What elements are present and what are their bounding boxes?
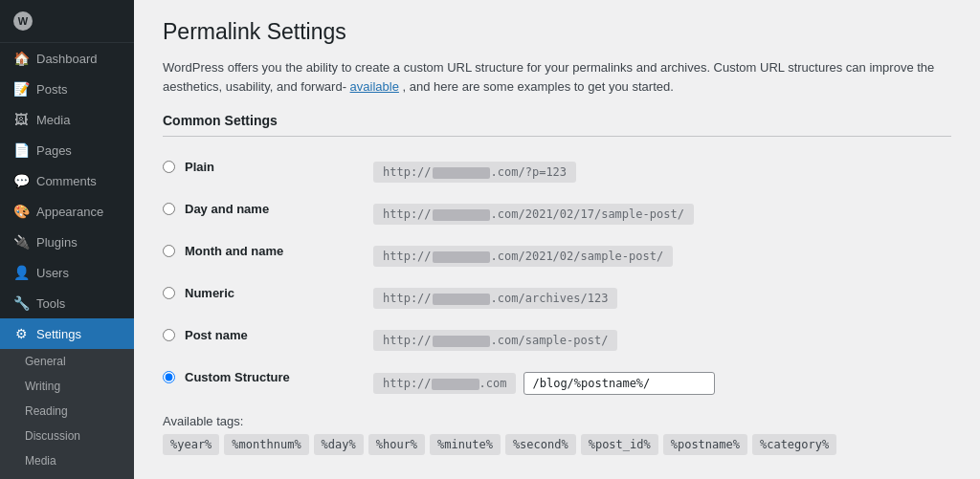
tag-btn-postname[interactable]: %postname%: [663, 434, 747, 455]
sidebar-label-dashboard: Dashboard: [36, 52, 98, 66]
sidebar-item-tools[interactable]: 🔧Tools: [0, 288, 134, 318]
radio-month_name[interactable]: [163, 245, 175, 257]
radio-day_name[interactable]: [163, 203, 175, 215]
table-row: Month and name http://.com/2021/02/sampl…: [163, 234, 951, 276]
submenu-item-reading[interactable]: Reading: [0, 399, 134, 424]
page-title: Permalink Settings: [163, 19, 951, 45]
label-post_name: Post name: [185, 328, 248, 342]
tag-btn-second[interactable]: %second%: [505, 434, 576, 455]
sidebar-label-posts: Posts: [36, 82, 68, 97]
appearance-icon: 🎨: [13, 204, 29, 219]
radio-post_name[interactable]: [163, 329, 175, 341]
sidebar: W 🏠Dashboard📝Posts🖼Media📄Pages💬Comments🎨…: [0, 0, 134, 479]
tag-btn-year[interactable]: %year%: [163, 434, 219, 455]
label-numeric: Numeric: [185, 286, 234, 300]
users-icon: 👤: [13, 265, 29, 280]
tag-btn-hour[interactable]: %hour%: [368, 434, 425, 455]
radio-custom[interactable]: [163, 371, 175, 383]
table-row: Post name http://.com/sample-post/: [163, 318, 951, 360]
url-preview-numeric: http://.com/archives/123: [373, 288, 617, 309]
table-row: Numeric http://.com/archives/123: [163, 276, 951, 318]
plugins-icon: 🔌: [13, 234, 29, 250]
sidebar-item-plugins[interactable]: 🔌Plugins: [0, 227, 134, 257]
available-tags-section: Available tags: %year%%monthnum%%day%%ho…: [163, 414, 951, 455]
tag-btn-day[interactable]: %day%: [314, 434, 364, 455]
url-preview-plain: http://.com/?p=123: [373, 162, 576, 183]
label-custom: Custom Structure: [185, 370, 290, 384]
permalink-table: Plain http://.com/?p=123 Day and name ht…: [163, 150, 951, 404]
sidebar-label-media: Media: [36, 113, 70, 127]
sidebar-item-appearance[interactable]: 🎨Appearance: [0, 196, 134, 227]
url-base-custom: http://.com: [373, 373, 516, 394]
url-preview-month_name: http://.com/2021/02/sample-post/: [373, 246, 673, 267]
tag-btn-category[interactable]: %category%: [752, 434, 836, 455]
submenu-item-permalinks[interactable]: Permalinks: [0, 473, 134, 479]
submenu-item-general[interactable]: General: [0, 349, 134, 374]
wordpress-icon: W: [13, 11, 33, 31]
label-plain: Plain: [185, 160, 214, 174]
sidebar-item-comments[interactable]: 💬Comments: [0, 165, 134, 196]
dashboard-icon: 🏠: [13, 51, 29, 66]
sidebar-label-users: Users: [36, 266, 69, 280]
media-icon: 🖼: [13, 112, 29, 127]
radio-numeric[interactable]: [163, 287, 175, 299]
sidebar-item-settings[interactable]: ⚙Settings: [0, 318, 134, 349]
section-title: Common Settings: [163, 113, 951, 137]
posts-icon: 📝: [13, 81, 29, 97]
sidebar-label-pages: Pages: [36, 143, 72, 158]
table-row: Custom Structure http://.com: [163, 360, 951, 404]
label-month_name: Month and name: [185, 244, 283, 258]
tag-btn-monthnum[interactable]: %monthnum%: [224, 434, 308, 455]
label-day_name: Day and name: [185, 202, 269, 216]
url-preview-day_name: http://.com/2021/02/17/sample-post/: [373, 204, 694, 225]
table-row: Day and name http://.com/2021/02/17/samp…: [163, 192, 951, 234]
sidebar-label-settings: Settings: [36, 327, 81, 341]
sidebar-item-dashboard[interactable]: 🏠Dashboard: [0, 43, 134, 74]
sidebar-label-plugins: Plugins: [36, 235, 78, 250]
sidebar-label-comments: Comments: [36, 174, 97, 188]
radio-plain[interactable]: [163, 161, 175, 173]
tools-icon: 🔧: [13, 295, 29, 311]
sidebar-item-media[interactable]: 🖼Media: [0, 104, 134, 135]
sidebar-item-users[interactable]: 👤Users: [0, 257, 134, 288]
submenu-item-writing[interactable]: Writing: [0, 374, 134, 399]
available-tags-label: Available tags:: [163, 414, 243, 428]
custom-structure-input[interactable]: [523, 372, 715, 395]
submenu-item-discussion[interactable]: Discussion: [0, 424, 134, 448]
sidebar-logo: W: [0, 0, 134, 43]
sidebar-item-pages[interactable]: 📄Pages: [0, 135, 134, 165]
sidebar-item-posts[interactable]: 📝Posts: [0, 74, 134, 104]
table-row: Plain http://.com/?p=123: [163, 150, 951, 192]
settings-icon: ⚙: [13, 326, 29, 341]
comments-icon: 💬: [13, 173, 29, 188]
main-content: Permalink Settings WordPress offers you …: [134, 0, 980, 479]
tag-btn-minute[interactable]: %minute%: [430, 434, 501, 455]
sidebar-label-appearance: Appearance: [36, 205, 103, 219]
url-preview-post_name: http://.com/sample-post/: [373, 330, 617, 351]
tag-btn-post_id[interactable]: %post_id%: [581, 434, 658, 455]
page-description: WordPress offers you the ability to crea…: [163, 58, 951, 96]
sidebar-label-tools: Tools: [36, 296, 65, 311]
submenu-item-media[interactable]: Media: [0, 448, 134, 473]
available-link[interactable]: available: [350, 79, 399, 94]
pages-icon: 📄: [13, 142, 29, 158]
